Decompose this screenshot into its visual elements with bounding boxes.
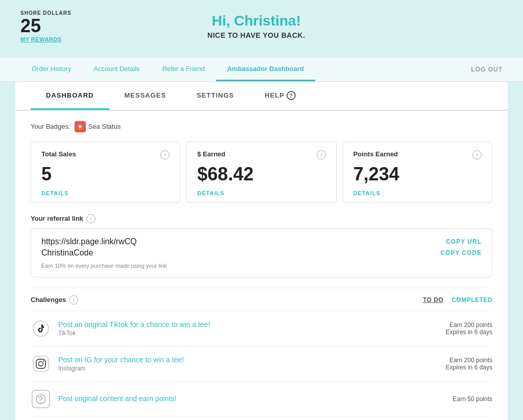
info-icon-earned[interactable]: i	[317, 150, 326, 159]
nav-tab-order-history[interactable]: Order History	[20, 58, 82, 81]
welcome-subtitle: NICE TO HAVE YOU BACK.	[72, 31, 441, 39]
help-label: HELP	[265, 91, 284, 99]
challenges-title: Challenges	[31, 296, 66, 304]
mystery-icon	[31, 389, 51, 409]
challenge-name-tiktok[interactable]: Post an original Tiktok for a chance to …	[58, 320, 210, 329]
shore-dollars-amount: 25	[20, 16, 72, 36]
challenge-right-tiktok: Earn 200 points Expires in 6 days	[446, 321, 492, 336]
stat-card-title-total-sales: Total Sales	[41, 150, 76, 158]
nav-tabs-outer: Order History Account Details Refer a Fr…	[0, 58, 523, 82]
challenge-info-tiktok: Post an original Tiktok for a chance to …	[58, 320, 210, 337]
completed-link[interactable]: COMPLETED	[451, 296, 492, 304]
challenge-name-instagram[interactable]: Post on IG for your chance to win a tee!	[58, 356, 184, 364]
stat-value-total-sales: 5	[41, 164, 170, 185]
challenges-actions: TO DO COMPLETED	[423, 296, 492, 304]
todo-link[interactable]: TO DO	[423, 296, 443, 304]
info-icon-total-sales[interactable]: i	[160, 150, 170, 159]
inner-tabs: DASHBOARD MESSAGES SETTINGS HELP ?	[15, 82, 508, 111]
challenge-item-instagram: Post on IG for your chance to win a tee!…	[31, 346, 492, 381]
referral-code: ChristinaCode	[41, 248, 93, 258]
stat-card-points: Points Earned i 7,234 DETAILS	[343, 142, 492, 203]
svg-point-0	[33, 321, 49, 336]
challenge-item-tiktok: Post an original Tiktok for a chance to …	[31, 311, 492, 346]
challenge-name-other[interactable]: Post original content and earn points!	[58, 394, 176, 403]
info-icon-points[interactable]: i	[472, 150, 482, 159]
referral-box: https://sldr.page.link/rwCQ COPY URL Chr…	[31, 228, 492, 277]
stat-details-points[interactable]: DETAILS	[353, 190, 482, 196]
stat-details-total-sales[interactable]: DETAILS	[41, 190, 170, 196]
dashboard-content: Your Badges: ★ Sea Status Total Sales i …	[15, 111, 508, 420]
nav-tab-refer-friend[interactable]: Refer a Friend	[151, 58, 216, 81]
challenge-points-other: Earn 50 points	[453, 395, 492, 403]
svg-rect-1	[33, 356, 49, 371]
help-icon: ?	[287, 91, 296, 100]
shore-dollars-section: SHORE DOLLARS 25 MY REWARDS	[20, 10, 72, 42]
stat-value-points: 7,234	[353, 164, 482, 185]
top-header: SHORE DOLLARS 25 MY REWARDS Hi, Christin…	[0, 0, 523, 48]
badge-sea-status: ★ Sea Status	[75, 121, 121, 132]
inner-tab-messages[interactable]: MESSAGES	[109, 82, 182, 110]
mystery-icon-shape	[32, 390, 50, 408]
referral-title: Your referral link	[31, 215, 83, 222]
challenges-section: Challenges i TO DO COMPLETED	[31, 288, 492, 417]
challenge-info-other: Post original content and earn points!	[58, 394, 176, 404]
referral-section: Your referral link i https://sldr.page.l…	[31, 214, 492, 277]
stats-cards: Total Sales i 5 DETAILS $ Earned i $68.4…	[31, 142, 492, 203]
main-content: DASHBOARD MESSAGES SETTINGS HELP ? Your …	[15, 82, 508, 420]
nav-tabs: Order History Account Details Refer a Fr…	[20, 58, 315, 81]
welcome-title: Hi, Christina!	[72, 13, 441, 29]
challenge-platform-tiktok: TikTok	[58, 330, 210, 337]
nav-tab-ambassador-dashboard[interactable]: Ambassador Dashboard	[216, 58, 315, 81]
inner-tab-settings[interactable]: SETTINGS	[181, 82, 249, 110]
challenge-expires-tiktok: Expires in 6 days	[446, 329, 492, 336]
referral-url: https://sldr.page.link/rwCQ	[41, 237, 137, 246]
challenges-title-row: Challenges i	[31, 295, 78, 305]
challenge-platform-instagram: Instagram	[58, 365, 184, 372]
svg-point-6	[40, 402, 41, 403]
challenge-points-tiktok: Earn 200 points	[446, 321, 492, 329]
challenge-right-instagram: Earn 200 points Expires in 6 days	[446, 357, 492, 371]
stat-card-earned: $ Earned i $68.42 DETAILS	[186, 142, 336, 203]
copy-url-button[interactable]: COPY URL	[446, 238, 482, 245]
stat-card-header-points: Points Earned i	[353, 150, 482, 159]
my-rewards-link[interactable]: MY REWARDS	[20, 36, 72, 42]
nav-tab-account-details[interactable]: Account Details	[82, 58, 151, 81]
challenge-points-instagram: Earn 200 points	[446, 357, 492, 364]
challenge-item-other: Post original content and earn points! E…	[31, 381, 492, 417]
inner-tab-dashboard[interactable]: DASHBOARD	[31, 82, 109, 110]
referral-header: Your referral link i	[31, 214, 492, 223]
challenge-right-other: Earn 50 points	[453, 395, 492, 403]
tiktok-icon	[31, 318, 51, 339]
stat-card-title-points: Points Earned	[353, 150, 398, 158]
challenge-left-instagram: Post on IG for your chance to win a tee!…	[31, 354, 184, 374]
info-icon-referral[interactable]: i	[86, 214, 96, 223]
badge-star-icon: ★	[75, 121, 86, 132]
referral-earn-note: Earn 10% on every purchase made using yo…	[41, 263, 482, 269]
challenge-left-other: Post original content and earn points!	[31, 389, 176, 409]
welcome-section: Hi, Christina! NICE TO HAVE YOU BACK.	[72, 10, 441, 39]
badges-row: Your Badges: ★ Sea Status	[31, 121, 492, 132]
referral-code-row: ChristinaCode COPY CODE	[41, 248, 482, 258]
svg-point-4	[43, 360, 44, 361]
challenge-expires-instagram: Expires in 6 days	[446, 364, 492, 371]
stat-card-total-sales: Total Sales i 5 DETAILS	[31, 142, 180, 203]
stat-details-earned[interactable]: DETAILS	[197, 190, 325, 196]
stat-card-header-earned: $ Earned i	[197, 150, 325, 159]
stat-card-header: Total Sales i	[41, 150, 170, 159]
stat-card-title-earned: $ Earned	[197, 150, 225, 158]
stat-value-earned: $68.42	[197, 164, 325, 185]
challenges-header: Challenges i TO DO COMPLETED	[31, 295, 492, 305]
challenge-info-instagram: Post on IG for your chance to win a tee!…	[58, 356, 184, 372]
challenge-left-tiktok: Post an original Tiktok for a chance to …	[31, 318, 210, 339]
badge-name: Sea Status	[88, 123, 121, 130]
referral-url-row: https://sldr.page.link/rwCQ COPY URL	[41, 237, 482, 246]
copy-code-button[interactable]: COPY CODE	[440, 249, 482, 256]
info-icon-challenges[interactable]: i	[69, 295, 78, 305]
inner-tab-help[interactable]: HELP ?	[249, 82, 311, 111]
logout-button[interactable]: LOG OUT	[471, 66, 503, 73]
badges-label: Your Badges:	[31, 123, 70, 130]
instagram-icon	[31, 354, 51, 374]
